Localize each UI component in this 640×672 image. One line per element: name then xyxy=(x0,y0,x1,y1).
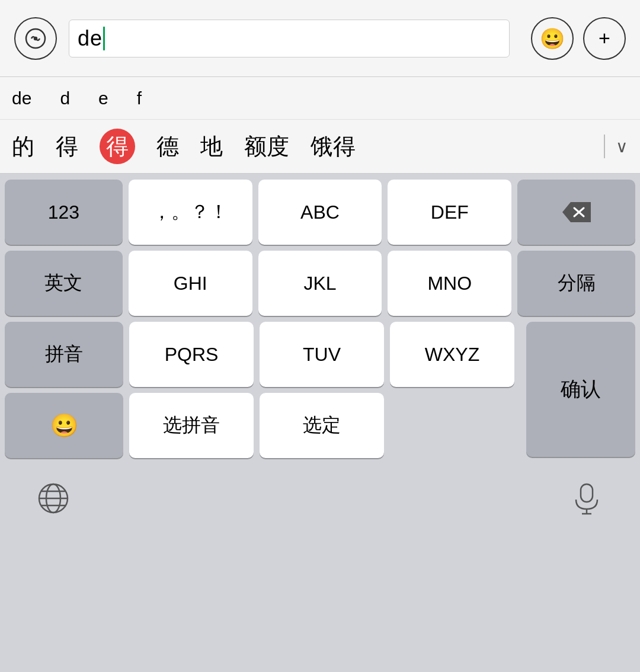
key-wxyz[interactable]: WXYZ xyxy=(390,322,514,387)
emoji-button[interactable]: 😀 xyxy=(531,17,574,60)
suggestions-area: de d e f 的 得 得 德 地 额度 饿得 ∨ xyxy=(0,77,640,174)
svg-rect-10 xyxy=(581,484,593,502)
bottom-bar xyxy=(0,464,640,535)
text-cursor xyxy=(103,27,105,50)
key-punctuation[interactable]: ，。？！ xyxy=(129,180,252,245)
keyboard-row-2: 英文 GHI JKL MNO 分隔 xyxy=(5,251,635,316)
char-suggestion-0[interactable]: 的 xyxy=(12,132,34,162)
key-tuv[interactable]: TUV xyxy=(260,322,384,387)
char-suggestion-2-highlighted[interactable]: 得 xyxy=(100,129,135,164)
key-abc[interactable]: ABC xyxy=(258,180,382,245)
keyboard: 123 ，。？！ ABC DEF 英文 GHI JKL xyxy=(0,174,640,458)
pinyin-suggestion-d[interactable]: d xyxy=(60,88,70,108)
keyboard-row-3: 拼音 PQRS TUV WXYZ 😀 选拼音 xyxy=(5,322,635,458)
char-suggestion-4[interactable]: 地 xyxy=(200,132,223,162)
pinyin-suggestion-de[interactable]: de xyxy=(12,88,31,108)
key-ghi[interactable]: GHI xyxy=(129,251,252,316)
delete-icon xyxy=(562,202,591,222)
top-bar: de 😀 + xyxy=(0,0,640,77)
input-text: de xyxy=(78,26,103,51)
key-english[interactable]: 英文 xyxy=(5,251,123,316)
key-emoji[interactable]: 😀 xyxy=(5,393,123,458)
globe-button[interactable] xyxy=(36,481,71,519)
expand-arrow-icon: ∨ xyxy=(616,137,628,156)
char-suggestion-1[interactable]: 得 xyxy=(56,132,78,162)
char-row: 的 得 得 德 地 额度 饿得 ∨ xyxy=(0,120,640,173)
pinyin-suggestion-e[interactable]: e xyxy=(98,88,108,108)
key-def[interactable]: DEF xyxy=(388,180,511,245)
plus-button[interactable]: + xyxy=(583,17,626,60)
expand-suggestions-button[interactable]: ∨ xyxy=(604,135,628,158)
pinyin-row: de d e f xyxy=(0,77,640,120)
key-separator[interactable]: 分隔 xyxy=(517,251,635,316)
key-pinyin[interactable]: 拼音 xyxy=(5,322,123,387)
key-confirm[interactable]: 确认 xyxy=(526,322,635,457)
search-input[interactable]: de xyxy=(69,20,510,57)
pinyin-suggestion-f[interactable]: f xyxy=(137,88,142,108)
keyboard-row-1: 123 ，。？！ ABC DEF xyxy=(5,180,635,245)
voice-button[interactable] xyxy=(14,17,57,60)
key-jkl[interactable]: JKL xyxy=(258,251,382,316)
key-select[interactable]: 选定 xyxy=(260,393,384,458)
separator xyxy=(604,135,605,158)
svg-marker-2 xyxy=(562,202,591,222)
char-suggestion-5[interactable]: 额度 xyxy=(244,132,289,162)
key-delete[interactable] xyxy=(517,180,635,245)
key-mno[interactable]: MNO xyxy=(388,251,511,316)
key-123[interactable]: 123 xyxy=(5,180,123,245)
char-suggestion-3[interactable]: 德 xyxy=(156,132,179,162)
key-select-pinyin[interactable]: 选拼音 xyxy=(129,393,254,458)
mic-button[interactable] xyxy=(569,481,604,519)
svg-point-1 xyxy=(34,37,37,40)
key-pqrs[interactable]: PQRS xyxy=(129,322,254,387)
char-suggestion-6[interactable]: 饿得 xyxy=(311,132,356,162)
